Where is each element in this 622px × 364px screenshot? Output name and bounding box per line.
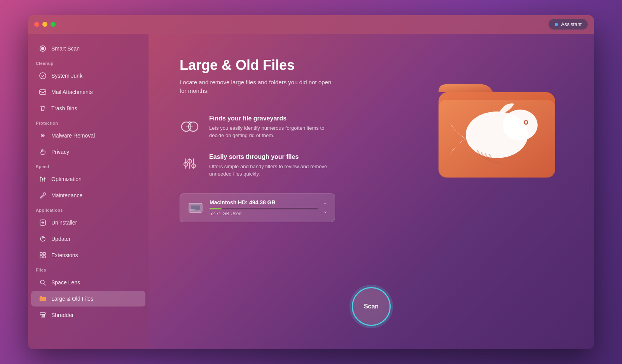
feature-graveyards-text: Finds your file graveyards Lets you easi… [209,115,330,139]
sidebar-item-trash-bins[interactable]: Trash Bins [31,101,145,116]
sidebar-item-space-lens[interactable]: Space Lens [31,275,145,290]
scan-button[interactable]: Scan [352,287,391,326]
extensions-label: Extensions [51,252,78,258]
disk-bar [210,208,222,209]
app-window: Assistant Smart Scan Cleanup System [28,15,594,349]
svg-point-31 [192,164,196,168]
trash-icon [39,104,47,112]
sidebar: Smart Scan Cleanup System Junk Mail Atta… [28,34,149,349]
svg-rect-11 [43,253,45,255]
svg-point-29 [184,162,188,166]
trash-bins-label: Trash Bins [51,105,77,111]
sidebar-item-mail-attachments[interactable]: Mail Attachments [31,84,145,100]
traffic-lights [34,22,56,27]
close-button[interactable] [34,22,39,27]
folder-icon [39,295,47,303]
assistant-button[interactable]: Assistant [549,19,588,30]
shredder-label: Shredder [51,312,74,318]
svg-line-15 [44,284,45,285]
svg-point-7 [42,178,44,180]
sidebar-item-large-old-files[interactable]: Large & Old Files [31,291,145,307]
optimization-label: Optimization [51,176,82,182]
sidebar-item-shredder[interactable]: Shredder [31,307,145,323]
svg-point-34 [199,210,200,212]
assistant-dot-icon [555,23,558,26]
privacy-label: Privacy [51,149,69,155]
sidebar-item-maintenance[interactable]: Maintenance [31,188,145,203]
speed-section-label: Speed [28,160,149,171]
mail-icon [39,88,47,96]
cleanup-section-label: Cleanup [28,57,149,67]
hand-icon [39,148,47,156]
feature-sorts-desc: Offers simple and handy filters to revie… [209,163,330,178]
sidebar-item-updater[interactable]: Updater [31,231,145,247]
feature-sorts-text: Easily sorts through your files Offers s… [209,153,330,178]
svg-rect-12 [40,256,42,258]
space-lens-icon [39,279,47,286]
svg-point-8 [44,178,45,179]
scan-button-wrap: Scan [352,287,391,326]
disk-bar-wrap [210,208,318,209]
svg-rect-10 [40,253,42,255]
sidebar-item-smart-scan[interactable]: Smart Scan [31,41,145,56]
sidebar-item-uninstaller[interactable]: Uninstaller [31,215,145,230]
space-lens-label: Space Lens [51,279,80,286]
updater-icon [39,235,47,243]
folder-illustration [431,57,563,189]
system-junk-label: System Junk [51,73,82,79]
malware-removal-label: Malware Removal [51,132,95,139]
content-area: Large & Old Files Locate and remove larg… [149,34,594,349]
sidebar-item-optimization[interactable]: Optimization [31,171,145,187]
disk-chevron-icon: ⌃⌄ [323,202,328,214]
sidebar-item-privacy[interactable]: Privacy [31,144,145,160]
page-subtitle: Locate and remove large files and folder… [180,78,335,96]
filter-sliders-icon [180,153,200,174]
protection-section-label: Protection [28,117,149,127]
svg-point-20 [503,110,538,141]
svg-rect-13 [43,256,45,258]
shredder-icon [39,311,47,319]
smart-scan-icon [39,45,47,52]
feature-graveyards-heading: Finds your file graveyards [209,115,330,122]
files-section-label: Files [28,264,149,274]
updater-label: Updater [51,236,71,242]
minimize-button[interactable] [42,22,47,27]
wrench-icon [39,192,47,199]
disk-name: Macintosh HD: 494.38 GB [210,199,318,206]
biohazard-icon [39,132,47,139]
assistant-label: Assistant [561,21,582,27]
disk-info: Macintosh HD: 494.38 GB 52.71 GB Used [210,199,318,216]
sidebar-item-system-junk[interactable]: System Junk [31,68,145,84]
applications-section-label: Applications [28,204,149,214]
binoculars-icon [180,115,200,135]
maintenance-label: Maintenance [51,192,82,199]
smart-scan-label: Smart Scan [51,45,80,52]
large-old-files-label: Large & Old Files [51,296,93,302]
svg-point-22 [525,121,527,124]
feature-graveyards-desc: Lets you easily identify numerous forgot… [209,124,330,139]
disk-used: 52.71 GB Used [210,211,318,216]
extensions-icon [39,251,47,259]
mail-attachments-label: Mail Attachments [51,89,93,95]
disk-icon [187,199,204,216]
main-area: Smart Scan Cleanup System Junk Mail Atta… [28,34,594,349]
sidebar-item-malware-removal[interactable]: Malware Removal [31,128,145,143]
title-bar: Assistant [28,15,594,34]
maximize-button[interactable] [51,22,56,27]
disk-selector[interactable]: Macintosh HD: 494.38 GB 52.71 GB Used ⌃⌄ [180,193,335,222]
svg-rect-1 [40,90,46,94]
system-junk-icon [39,72,47,80]
sidebar-item-extensions[interactable]: Extensions [31,247,145,263]
optimization-icon [39,175,47,183]
uninstaller-icon [39,219,47,226]
svg-point-14 [40,280,44,284]
feature-sorts-heading: Easily sorts through your files [209,153,330,160]
svg-point-30 [188,159,192,163]
svg-point-6 [40,177,42,178]
uninstaller-label: Uninstaller [51,219,77,226]
